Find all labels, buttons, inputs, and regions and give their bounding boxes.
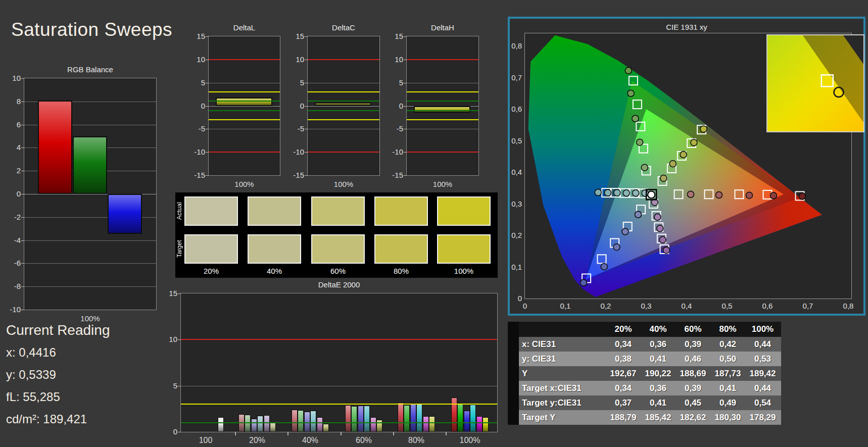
green-measured-marker xyxy=(637,139,643,145)
y-axis-tick: 6 xyxy=(6,120,21,129)
y-axis-tick-mark xyxy=(21,147,24,148)
y-axis-tick-mark xyxy=(305,83,308,83)
y-axis-tick-mark xyxy=(404,106,407,107)
y-axis-tick-mark xyxy=(21,171,24,171)
swatch-percent-label: 100% xyxy=(437,267,491,275)
y-axis-tick: 15 xyxy=(289,32,304,40)
target-color-swatch xyxy=(184,234,238,264)
group-separator-tick xyxy=(235,432,236,435)
swatch-percent-label: 80% xyxy=(374,267,428,275)
limit-line xyxy=(308,101,379,102)
limit-line xyxy=(308,91,379,92)
cie-y-tick: 0 xyxy=(507,294,522,303)
table-cell-value: 0,44 xyxy=(745,337,780,352)
green-measured-marker xyxy=(641,164,648,171)
table-header-label xyxy=(519,322,606,337)
cie-y-tick: 0,2 xyxy=(507,231,522,239)
table-row[interactable]: x: CIE310,340,360,390,420,44 xyxy=(508,337,781,352)
cyan-measured-marker xyxy=(642,190,648,196)
y-axis-tick: 15 xyxy=(162,289,177,297)
cyan-measured-marker xyxy=(614,189,620,196)
limit-line xyxy=(181,422,497,423)
y-axis-tick-mark xyxy=(206,129,209,129)
table-row-gutter xyxy=(508,410,519,425)
table-row[interactable]: Target Y188,79185,42182,62180,30178,29 xyxy=(508,410,781,425)
table-row-label: Target x:CIE31 xyxy=(519,381,606,395)
table-cell-value: 0,39 xyxy=(676,381,710,395)
blue-measured-marker xyxy=(622,228,629,235)
data-bar xyxy=(457,404,463,432)
yellow-measured-marker xyxy=(669,161,676,167)
y-axis-tick: 0 xyxy=(289,102,304,110)
table-cell-value: 0,36 xyxy=(641,381,676,395)
limit-line xyxy=(209,101,280,102)
current-reading: Current Reading x: 0,4416 y: 0,5339 fL: … xyxy=(6,322,110,434)
current-reading-x: x: 0,4416 xyxy=(6,345,110,360)
table-column-header: 60% xyxy=(676,322,710,337)
limit-line xyxy=(308,59,379,60)
table-cell-value: 0,37 xyxy=(606,395,641,410)
limit-line xyxy=(407,110,478,111)
delta-h-chart: DeltaH-15-10-5051015100% xyxy=(406,36,479,176)
y-axis-tick-mark xyxy=(178,293,181,294)
x-axis-group-label: 20% xyxy=(239,436,275,445)
data-bar xyxy=(410,403,416,432)
y-axis-tick-mark xyxy=(206,106,209,107)
data-bar xyxy=(38,101,72,194)
y-axis-tick-mark xyxy=(404,129,407,129)
y-axis-tick: -5 xyxy=(388,124,403,133)
gridline xyxy=(24,263,156,264)
table-cell-value: 0,34 xyxy=(606,337,641,352)
gridline xyxy=(308,129,379,129)
cie-x-tick: 0,3 xyxy=(635,302,657,310)
limit-line xyxy=(407,119,478,120)
y-axis-tick: -10 xyxy=(6,305,21,314)
table-row[interactable]: Target x:CIE310,340,360,390,410,44 xyxy=(508,381,781,395)
table-cell-value: 185,42 xyxy=(641,410,676,425)
y-axis-tick: 5 xyxy=(162,381,177,390)
y-axis-tick-mark xyxy=(21,240,24,241)
cie-y-tick: 0,4 xyxy=(507,168,522,176)
data-bar xyxy=(298,410,304,432)
limit-line xyxy=(407,91,478,92)
table-row[interactable]: y: CIE310,380,410,460,500,53 xyxy=(508,352,781,366)
group-separator-tick xyxy=(446,432,447,435)
page-title: Saturation Sweeps xyxy=(11,19,172,40)
magenta-measured-marker xyxy=(657,225,663,232)
magenta-measured-marker xyxy=(659,236,666,243)
data-bar xyxy=(264,415,270,432)
gridline xyxy=(407,83,478,83)
y-axis-tick-mark xyxy=(21,263,24,264)
table-column-header: 40% xyxy=(641,322,676,337)
data-bar xyxy=(483,417,489,432)
y-axis-tick-mark xyxy=(21,217,24,218)
y-axis-tick: 5 xyxy=(190,78,205,87)
table-cell-value: 180,30 xyxy=(710,410,745,425)
y-axis-tick: 10 xyxy=(190,55,205,64)
target-color-swatch xyxy=(374,234,428,264)
table-row[interactable]: Target y:CIE310,370,410,450,490,54 xyxy=(508,395,781,410)
limit-line xyxy=(209,152,280,153)
chart-title: DeltaE 2000 xyxy=(181,280,497,289)
table-row[interactable]: Y192,67190,22188,69187,73189,42 xyxy=(508,366,781,381)
y-axis-tick: -10 xyxy=(388,147,403,156)
limit-line xyxy=(308,119,379,120)
swatch-row-label: Actual xyxy=(176,196,183,226)
table-cell-value: 188,79 xyxy=(606,410,641,425)
data-bar xyxy=(429,416,435,432)
y-axis-tick-mark xyxy=(21,286,24,287)
data-bar xyxy=(218,417,224,432)
y-axis-tick: -15 xyxy=(289,171,304,179)
y-axis-tick-mark xyxy=(305,129,308,129)
swatch-percent-label: 20% xyxy=(184,267,238,275)
group-separator-tick xyxy=(287,432,288,435)
chart-title: RGB Balance xyxy=(24,65,156,74)
cie-1931-panel: CIE 1931 xy 00,10,20,30,40,50,60,70,800,… xyxy=(508,17,865,316)
data-bar xyxy=(292,410,298,432)
current-reading-fl: fL: 55,285 xyxy=(6,390,110,404)
data-bar xyxy=(364,406,370,432)
data-bar xyxy=(423,416,429,432)
x-axis-group-label: 80% xyxy=(399,436,434,445)
table-cell-value: 0,41 xyxy=(641,352,676,366)
table-column-header: 20% xyxy=(606,322,641,337)
